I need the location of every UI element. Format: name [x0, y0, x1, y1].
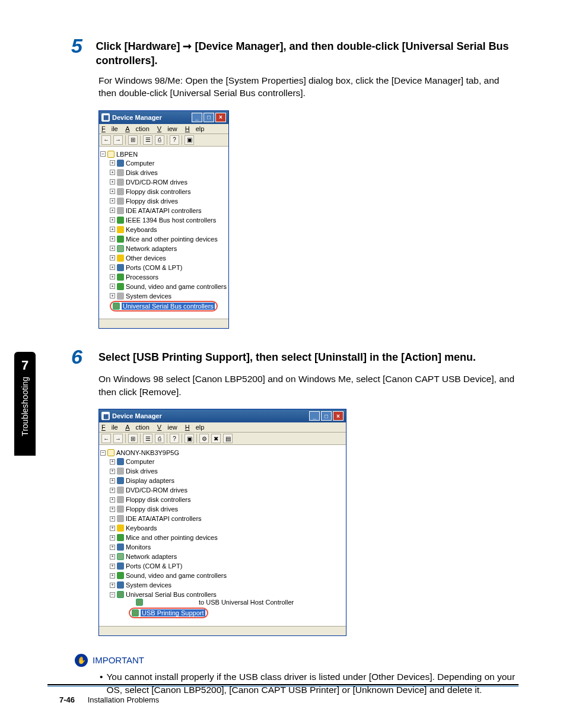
tree-node[interactable]: Sound, video and game controllers [110, 283, 227, 290]
toolbar-btn[interactable]: ▣ [185, 135, 194, 145]
toolbar-btn[interactable]: ☰ [143, 135, 152, 145]
chapter-number: 7 [21, 358, 28, 373]
highlighted-usb-printing-support[interactable]: USB Printing Support [129, 608, 208, 618]
toolbar-btn[interactable]: ⎙ [155, 434, 164, 443]
chapter-title: Troubleshooting [20, 377, 30, 436]
menu-bar: File Action View Help [99, 422, 346, 433]
tree-node[interactable]: IDE ATA/ATAPI controllers [110, 515, 202, 522]
toolbar-btn[interactable]: ⊞ [128, 434, 138, 443]
tree-root-node[interactable]: LBPEN [100, 151, 138, 158]
app-icon: ▦ [101, 412, 110, 420]
step-6: 6 Select [USB Printing Support], then se… [71, 346, 519, 367]
chapter-sidebar: 7 Troubleshooting [14, 352, 36, 456]
tree-node[interactable]: Floppy disk drives [110, 198, 178, 205]
menu-view[interactable]: View [157, 424, 177, 431]
toolbar-btn[interactable]: ✖ [211, 434, 221, 443]
tree-node[interactable]: IDE ATA/ATAPI controllers [110, 207, 202, 214]
toolbar-btn[interactable]: ? [170, 135, 179, 145]
page-number: 7-46 [59, 695, 75, 704]
tree-node[interactable]: DVD/CD-ROM drives [110, 179, 187, 186]
important-callout: ✋ IMPORTANT [75, 654, 519, 667]
tree-node[interactable]: Display adapters [110, 477, 174, 484]
minimize-button[interactable]: _ [192, 113, 202, 122]
tree-node[interactable]: Disk drives [110, 468, 158, 475]
footer-section: Installation Problems [88, 695, 160, 704]
menu-action[interactable]: Action [125, 424, 150, 431]
highlighted-usb-controllers[interactable]: Universal Serial Bus controllers [110, 301, 218, 311]
app-icon: ▦ [101, 113, 110, 122]
menu-view[interactable]: View [157, 125, 177, 132]
footer-rule [47, 684, 519, 686]
maximize-button[interactable]: □ [203, 113, 214, 122]
minimize-button[interactable]: _ [309, 411, 320, 421]
tree-node[interactable]: Computer [110, 160, 154, 167]
tree-node[interactable]: Sound, video and game controllers [110, 572, 227, 579]
toolbar-btn[interactable]: ⚙ [199, 434, 209, 443]
step-6-title: Select [USB Printing Support], then sele… [98, 346, 476, 364]
maximize-button[interactable]: □ [321, 411, 332, 421]
close-button[interactable]: × [333, 411, 344, 421]
page-footer: 7-46 Installation Problems [59, 695, 159, 704]
menu-help[interactable]: Help [185, 125, 205, 132]
step-5-body: For Windows 98/Me: Open the [System Prop… [98, 74, 519, 100]
tree-root-node[interactable]: ANONY-NKB3Y9P5G [100, 449, 179, 456]
step-5-number: 5 [71, 36, 92, 56]
tree-node[interactable]: Computer [110, 458, 154, 465]
menu-file[interactable]: File [101, 125, 118, 132]
step-5-title: Click [Hardware] ➞ [Device Manager], and… [96, 36, 519, 68]
important-text: •You cannot install properly if the USB … [100, 670, 519, 696]
toolbar-btn[interactable]: ⎙ [155, 135, 164, 145]
tree-node[interactable]: Keyboards [110, 226, 157, 233]
toolbar: ← → ⊞ ☰ ⎙ ? ▣ ⚙ ✖ ▤ [99, 433, 346, 445]
nav-fwd-button[interactable]: → [113, 135, 123, 145]
step-5-title-a: Click [Hardware] [96, 40, 183, 52]
nav-back-button[interactable]: ← [101, 434, 111, 443]
tree-node[interactable]: xxxxxxxxxxxxxxxx to USB Universal Host C… [129, 599, 294, 606]
tree-node[interactable]: Ports (COM & LPT) [110, 264, 182, 271]
menu-help[interactable]: Help [185, 424, 205, 431]
toolbar-btn[interactable]: ▣ [185, 434, 194, 443]
tree-node[interactable]: System devices [110, 581, 171, 589]
device-tree: LBPEN ComputerDisk drivesDVD/CD-ROM driv… [99, 147, 228, 319]
step-5: 5 Click [Hardware] ➞ [Device Manager], a… [71, 36, 519, 68]
toolbar: ← → ⊞ ☰ ⎙ ? ▣ [99, 134, 228, 147]
tree-node[interactable]: Mice and other pointing devices [110, 236, 218, 243]
close-button[interactable]: × [215, 113, 226, 122]
menu-bar: File Action View Help [99, 124, 228, 134]
tree-node[interactable]: Floppy disk drives [110, 506, 178, 513]
tree-node[interactable]: Floppy disk controllers [110, 188, 190, 195]
tree-node[interactable]: IEEE 1394 Bus host controllers [110, 217, 216, 224]
tree-node[interactable]: Network adapters [110, 553, 177, 560]
step-6-number: 6 [71, 346, 95, 367]
tree-node[interactable]: DVD/CD-ROM drives [110, 487, 187, 494]
nav-back-button[interactable]: ← [101, 135, 111, 145]
window-title: Device Manager [112, 114, 162, 121]
status-bar [99, 626, 346, 635]
tree-node[interactable]: System devices [110, 293, 171, 300]
tree-node[interactable]: Network adapters [110, 245, 177, 252]
important-label: IMPORTANT [93, 655, 144, 665]
device-tree: ANONY-NKB3Y9P5G ComputerDisk drivesDispl… [99, 445, 346, 626]
window-title: Device Manager [112, 412, 162, 419]
hand-icon: ✋ [75, 654, 88, 667]
tree-node[interactable]: Ports (COM & LPT) [110, 562, 182, 570]
tree-node[interactable]: Floppy disk controllers [110, 496, 190, 503]
menu-file[interactable]: File [101, 424, 118, 431]
tree-node[interactable]: Mice and other pointing devices [110, 534, 218, 541]
status-bar [99, 319, 228, 328]
arrow-icon: ➞ [183, 40, 192, 52]
device-manager-window-2: ▦ Device Manager _ □ × File Action View … [98, 409, 346, 636]
tree-node[interactable]: Other devices [110, 255, 166, 262]
tree-node-usb-parent[interactable]: Universal Serial Bus controllers [110, 591, 217, 598]
toolbar-btn[interactable]: ▤ [223, 434, 233, 443]
tree-node[interactable]: Processors [110, 274, 158, 281]
tree-node[interactable]: Keyboards [110, 524, 157, 532]
menu-action[interactable]: Action [125, 125, 150, 132]
toolbar-btn[interactable]: ? [170, 434, 179, 443]
tree-node[interactable]: Disk drives [110, 169, 158, 176]
window-titlebar: ▦ Device Manager _ □ × [99, 111, 228, 124]
toolbar-btn[interactable]: ☰ [143, 434, 152, 443]
tree-node[interactable]: Monitors [110, 543, 151, 551]
toolbar-btn[interactable]: ⊞ [128, 135, 138, 145]
nav-fwd-button[interactable]: → [113, 434, 123, 443]
